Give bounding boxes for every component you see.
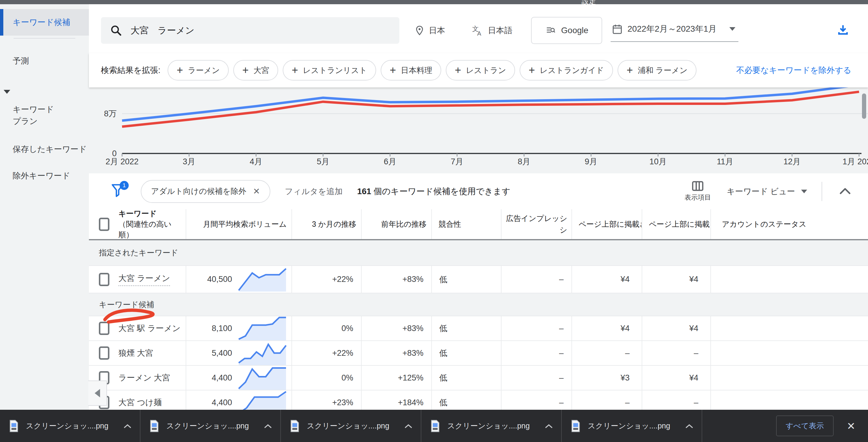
- header-keyword[interactable]: キーワード （関連性の高い順）: [119, 209, 186, 239]
- sidebar-item-label: 除外キーワード: [13, 170, 70, 181]
- download-file-item[interactable]: スクリーンショッ....png: [562, 410, 702, 442]
- chevron-up-icon[interactable]: [264, 423, 273, 429]
- keyword-planner-page: 設定 キーワード候補 予測 キーワード プラン 保存したキーワード 除外キーワー…: [0, 0, 868, 442]
- filter-chip-label: アダルト向けの候補を除外: [151, 186, 246, 197]
- sidebar-item-forecast[interactable]: 予測: [0, 48, 89, 74]
- plus-icon: +: [455, 65, 461, 76]
- plus-icon: +: [177, 65, 183, 76]
- keyword-chip-omiya[interactable]: +大宮: [233, 60, 278, 81]
- chip-label: 大宮: [253, 65, 269, 76]
- sidebar-item-label: キーワード候補: [13, 17, 70, 28]
- download-file-name: スクリーンショッ....png: [588, 421, 670, 431]
- keyword-cell[interactable]: ラーメン 大宮: [119, 372, 170, 383]
- x-axis-label: 8月: [518, 156, 530, 167]
- volume-cell: 8,100: [193, 324, 238, 333]
- chevron-left-icon: [95, 389, 100, 397]
- sidebar: キーワード候補 予測 キーワード プラン 保存したキーワード 除外キーワード: [0, 4, 89, 442]
- png-file-icon: [290, 420, 300, 432]
- collapse-section-button[interactable]: [839, 187, 851, 196]
- download-file-item[interactable]: スクリーンショッ....png: [421, 410, 562, 442]
- svg-text:A: A: [477, 30, 481, 36]
- header-competition[interactable]: 競合性: [432, 209, 501, 239]
- keyword-cell[interactable]: 大宮 つけ麺: [119, 397, 162, 408]
- filter-count-badge: 1: [120, 181, 129, 190]
- location-selector[interactable]: 日本: [414, 24, 445, 36]
- row-checkbox[interactable]: [99, 322, 110, 335]
- chevron-up-icon[interactable]: [685, 423, 694, 429]
- keyword-cell[interactable]: 大宮 ラーメン: [119, 273, 170, 286]
- keyword-cell[interactable]: 狼煙 大宮: [119, 348, 153, 358]
- keyword-chip-ramen[interactable]: +ラーメン: [167, 60, 229, 81]
- header-top-of-page-low[interactable]: ページ上部に掲載さ: [572, 209, 642, 239]
- ad-impression-cell: –: [501, 366, 572, 390]
- vertical-divider: [822, 182, 822, 201]
- result-count: 161: [357, 187, 371, 196]
- table-row: ラーメン 大宮 4,400 0% +125% 低 – ¥3 ¥4: [89, 366, 868, 390]
- top-low-cell: ¥4: [572, 266, 642, 293]
- y-axis-label: 0: [112, 149, 117, 158]
- yoy-cell: +83%: [362, 316, 432, 341]
- row-checkbox[interactable]: [99, 347, 110, 360]
- exclude-keywords-link[interactable]: 不必要なキーワードを除外する: [736, 65, 851, 76]
- ad-impression-cell: –: [501, 341, 572, 365]
- top-low-cell: –: [572, 341, 642, 365]
- download-file-item[interactable]: スクリーンショッ....png: [281, 410, 421, 442]
- settings-label[interactable]: 設定: [582, 0, 596, 4]
- add-filter-button[interactable]: フィルタを追加: [285, 186, 343, 197]
- sidebar-group-keyword-plan[interactable]: キーワード プラン: [0, 74, 89, 134]
- keyword-chip-japanese-food[interactable]: +日本料理: [381, 60, 441, 81]
- chevron-up-icon[interactable]: [404, 423, 413, 429]
- keyword-chip-urawa-ramen[interactable]: +浦和 ラーメン: [618, 60, 696, 81]
- close-downloads-bar-icon[interactable]: ✕: [847, 420, 856, 432]
- header-keyword-sub: （関連性の高い順）: [119, 220, 172, 239]
- view-selector[interactable]: キーワード ビュー: [727, 186, 807, 197]
- header-three-month[interactable]: 3 か月の推移: [292, 209, 362, 239]
- columns-button[interactable]: 表示項目: [684, 181, 711, 202]
- panel-collapse-tab[interactable]: [88, 381, 107, 406]
- table-row: 狼煙 大宮 5,400 +22% +83% 低 – – –: [89, 341, 868, 366]
- competition-cell: 低: [432, 341, 501, 365]
- language-selector[interactable]: 文A 日本語: [472, 24, 513, 36]
- chip-label: レストラン: [466, 65, 506, 76]
- query-toolbar: 大宮 ラーメン 日本 文A 日本語 Google 2022年2月～2023年1月: [89, 4, 868, 53]
- status-cell: [711, 266, 868, 293]
- header-top-of-page-high[interactable]: ページ上部に掲載さ: [642, 209, 711, 239]
- header-volume[interactable]: 月間平均検索ボリューム: [186, 209, 292, 239]
- sidebar-item-saved-keywords[interactable]: 保存したキーワード: [0, 134, 89, 163]
- plus-icon: +: [242, 65, 249, 76]
- header-account-status[interactable]: アカウントのステータス: [711, 209, 868, 239]
- download-file-item[interactable]: スクリーンショッ....png: [0, 410, 141, 442]
- top-low-cell: ¥3: [572, 366, 642, 390]
- download-file-name: スクリーンショッ....png: [447, 421, 530, 431]
- download-file-item[interactable]: スクリーンショッ....png: [141, 410, 281, 442]
- sidebar-item-negative-keywords[interactable]: 除外キーワード: [0, 163, 89, 189]
- keyword-cell[interactable]: 大宮 駅 ラーメン: [119, 323, 181, 334]
- download-button[interactable]: [836, 23, 850, 38]
- trend-chart: 2月 20223月4月5月6月7月8月9月10月11月12月1月 202308万: [89, 87, 868, 173]
- close-icon[interactable]: ✕: [253, 186, 260, 196]
- status-cell: [711, 316, 868, 341]
- network-selector[interactable]: Google: [531, 17, 602, 44]
- vertical-scrollbar-thumb[interactable]: [862, 93, 866, 119]
- columns-icon: [692, 181, 704, 191]
- select-all-checkbox[interactable]: [99, 218, 110, 231]
- filter-button[interactable]: 1: [111, 183, 126, 200]
- chevron-up-icon[interactable]: [123, 423, 132, 429]
- row-checkbox[interactable]: [99, 273, 110, 286]
- active-filter-chip[interactable]: アダルト向けの候補を除外 ✕: [141, 180, 270, 203]
- chevron-up-icon[interactable]: [544, 423, 553, 429]
- keyword-chip-restaurant-guide[interactable]: +レストランガイド: [520, 60, 613, 81]
- sidebar-item-keyword-ideas[interactable]: キーワード候補: [0, 9, 89, 36]
- yoy-cell: +83%: [362, 266, 432, 293]
- header-ad-impression[interactable]: 広告インプレッシ シ: [501, 209, 572, 239]
- three-month-cell: +22%: [292, 341, 362, 365]
- show-all-downloads-button[interactable]: すべて表示: [776, 415, 834, 436]
- trend-chart-canvas: [89, 87, 868, 173]
- network-value: Google: [561, 26, 588, 35]
- keyword-chip-restaurant[interactable]: +レストラン: [446, 60, 515, 81]
- search-input[interactable]: 大宮 ラーメン: [101, 17, 399, 44]
- header-yoy[interactable]: 前年比の推移: [362, 209, 432, 239]
- date-range-selector[interactable]: 2022年2月～2023年1月: [611, 19, 738, 42]
- keyword-chip-restaurant-list[interactable]: +レストランリスト: [283, 60, 376, 81]
- png-file-icon: [571, 420, 581, 432]
